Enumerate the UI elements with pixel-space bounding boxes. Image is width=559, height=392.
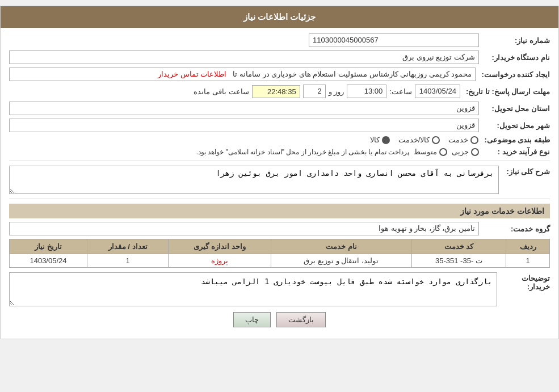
col-quantity: تعداد / مقدار [87,239,169,254]
deadline-days: 2 [303,85,326,98]
remaining-label: ساعت باقی مانده [194,87,249,96]
radio-partial-icon [471,148,479,156]
creator-row: ایجاد کننده درخواست: محمود کریمی روزبهان… [9,68,550,81]
divider-1 [9,161,550,161]
deadline-time: 13:00 [347,85,386,98]
buyer-system-value: شرکت توزیع نیروی برق [9,50,479,64]
page-container: جزئیات اطلاعات نیاز شماره نیاز: 11030000… [0,6,559,339]
deadline-row: مهلت ارسال پاسخ: تا تاریخ: 1403/05/24 سا… [9,85,550,98]
deadline-date: 1403/05/24 [415,85,460,98]
deadline-days-label: روز و [329,87,344,96]
need-desc-label: شرح کلی نیاز: [499,166,550,176]
category-option-service[interactable]: خدمت [448,136,478,144]
purchase-option-medium[interactable]: متوسط [414,147,447,156]
creator-text: محمود کریمی روزبهانی کارشناس مسئولیت است… [233,70,472,78]
buyer-desc-textarea[interactable]: بارگذاری موارد خواسته شده طبق فایل بیوست… [9,272,497,306]
service-group-value: تامین برق، گاز، بخار و تهویه هوا [9,222,479,235]
category-goods-label: کالا [370,136,380,144]
col-service-name: نام خدمت [271,239,411,254]
creator-value: محمود کریمی روزبهانی کارشناس مسئولیت است… [9,68,476,81]
buyer-desc-row: توضیحات خریدار: بارگذاری موارد خواسته شد… [9,272,550,306]
cell-unit: پروژه [169,254,271,268]
page-header: جزئیات اطلاعات نیاز [1,6,558,28]
page-title: جزئیات اطلاعات نیاز [243,12,316,22]
col-row-num: ردیف [506,239,550,254]
cell-row-num: 1 [506,254,550,268]
deadline-countdown: 22:48:35 [252,85,300,98]
radio-goods-icon [382,136,390,144]
purchase-medium-label: متوسط [414,147,437,156]
city-value: قزوین [9,119,479,132]
deadline-time-label: ساعت: [389,87,412,96]
purchase-type-options: جزیی متوسط پرداخت تمام یا بخشی از مبلغ خ… [196,147,479,156]
city-row: شهر محل تحویل: قزوین [9,119,550,132]
cell-date: 1403/05/24 [10,254,87,268]
creator-label: ایجاد کننده درخواست: [478,70,550,79]
service-group-label: گروه خدمت: [482,225,550,233]
purchase-note: پرداخت تمام یا بخشی از مبلغ خریدار از مح… [196,148,409,156]
purchase-option-partial[interactable]: جزیی [452,147,479,156]
back-button[interactable]: بازگشت [276,312,326,327]
need-number-row: شماره نیاز: 1103000045000567 [9,33,550,47]
purchase-partial-label: جزیی [452,147,469,156]
province-label: استان محل تحویل: [482,104,550,113]
need-number-value: 1103000045000567 [309,33,479,47]
col-service-code: کد خدمت [411,239,506,254]
cell-service-code: ت -35- 351-35 [411,254,506,268]
purchase-type-row: نوع فرآیند خرید : جزیی متوسط پرداخت تمام… [9,147,550,156]
category-label: طبقه بندی موضوعی: [481,136,550,144]
service-group-row: گروه خدمت: تامین برق، گاز، بخار و تهویه … [9,222,550,235]
need-desc-row: شرح کلی نیاز: برفرسانی به آقای محسن انصا… [9,166,550,194]
radio-medium-icon [439,148,447,156]
category-option-goods[interactable]: کالا [370,136,390,144]
buyer-system-label: نام دستگاه خریدار: [482,53,550,62]
col-unit: واحد اندازه گیری [169,239,271,254]
cell-service-name: تولید، انتقال و توزیع برق [271,254,411,268]
table-row: 1 ت -35- 351-35 تولید، انتقال و توزیع بر… [10,254,550,268]
col-date: تاریخ نیاز [10,239,87,254]
city-label: شهر محل تحویل: [482,121,550,130]
radio-goods-service-icon [432,136,440,144]
need-desc-textarea[interactable]: برفرسانی به آقای محسن انصاری واحد دامدار… [9,166,499,194]
buyer-system-row: نام دستگاه خریدار: شرکت توزیع نیروی برق [9,50,550,64]
services-section-title: اطلاعات خدمات مورد نیاز [9,204,550,218]
category-radio-group: خدمت کالا/خدمت کالا [370,136,479,144]
need-number-label: شماره نیاز: [482,36,550,45]
deadline-label: مهلت ارسال پاسخ: تا تاریخ: [463,87,550,96]
purchase-type-label: نوع فرآیند خرید : [482,147,550,156]
services-table: ردیف کد خدمت نام خدمت واحد اندازه گیری ت… [9,239,550,268]
cell-quantity: 1 [87,254,169,268]
radio-service-icon [470,136,478,144]
category-row: طبقه بندی موضوعی: خدمت کالا/خدمت کالا [9,136,550,144]
province-row: استان محل تحویل: قزوین [9,102,550,115]
province-value: قزوین [9,102,479,115]
print-button[interactable]: چاپ [233,312,271,327]
category-goods-service-label: کالا/خدمت [398,136,430,144]
content-area: شماره نیاز: 1103000045000567 نام دستگاه … [1,28,558,339]
divider-2 [9,199,550,199]
category-service-label: خدمت [448,136,468,144]
creator-contact-link[interactable]: اطلاعات تماس خریدار [158,70,226,78]
button-row: بازگشت چاپ [9,312,550,327]
buyer-desc-label: توضیحات خریدار: [497,272,550,291]
category-option-goods-service[interactable]: کالا/خدمت [398,136,440,144]
